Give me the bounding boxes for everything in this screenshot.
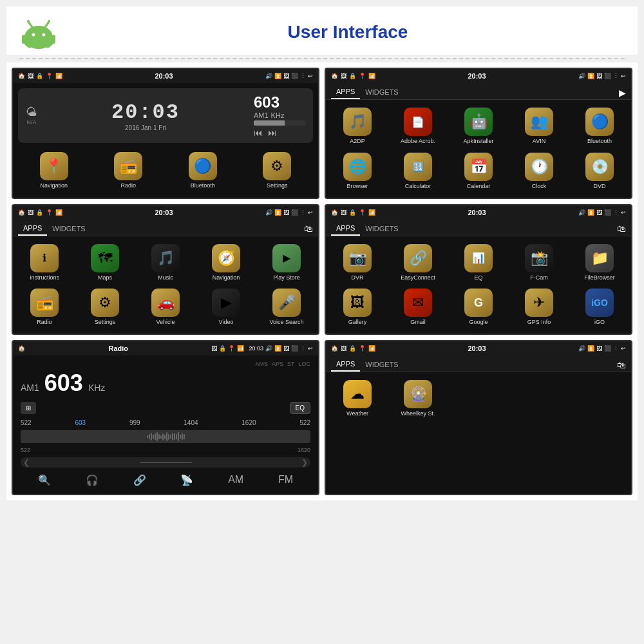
navigation-label: Navigation: [40, 182, 68, 189]
app-a2dp[interactable]: 🎵 A2DP: [328, 105, 386, 147]
app-instructions[interactable]: ℹ Instructions: [15, 242, 73, 284]
clock-date: 2016 Jan 1 Fri: [111, 124, 180, 131]
tabs-bar-2: APPS WIDGETS ▶: [326, 83, 631, 100]
store-btn-3[interactable]: 🛍: [304, 223, 313, 234]
app-filebrowser[interactable]: 📁 FileBrowser: [571, 242, 629, 284]
headphone-btn[interactable]: 🎧: [86, 474, 99, 486]
band-st: ST: [287, 361, 295, 367]
station-603[interactable]: 603: [75, 419, 86, 426]
app-clock[interactable]: 🕐 Clock: [510, 150, 568, 193]
app-navigation-2[interactable]: 🧭 Navigation: [197, 242, 255, 284]
radio-stations: 522 603 999 1404 1620 522: [21, 419, 310, 426]
app-voicesearch[interactable]: 🎤 Voice Search: [258, 286, 316, 328]
freq-next[interactable]: ⏭: [268, 128, 277, 138]
app-dvr[interactable]: 📷 DVR: [328, 242, 386, 284]
app-gmail[interactable]: ✉ Gmail: [389, 286, 447, 328]
station-1404[interactable]: 1404: [184, 419, 198, 426]
station-522b[interactable]: 522: [299, 419, 310, 426]
app-gallery[interactable]: 🖼 Gallery: [328, 286, 386, 328]
track-left[interactable]: ❮: [23, 458, 30, 467]
navigation-icon: 📍: [40, 152, 68, 180]
app-google[interactable]: G Google: [450, 286, 507, 328]
status-bar-6: 🏠 🖼 🔒 📍 📶 20:03 🔊 ⏫ 🖼 ⬛ ⋮ ↩: [326, 341, 631, 355]
app-radio[interactable]: 📻 Radio: [93, 149, 165, 192]
app-weather[interactable]: ☁ Weather: [328, 377, 386, 420]
status-bar-4: 🏠 🖼 🔒 📍 📶 20:03 🔊 ⏫ 🖼 ⬛ ⋮ ↩: [326, 205, 631, 220]
eq-btn[interactable]: EQ: [290, 402, 310, 414]
clock-1: 20:03: [155, 72, 173, 80]
freq-prev[interactable]: ⏮: [254, 128, 263, 138]
app-settings[interactable]: ⚙ Settings: [242, 149, 314, 192]
clock-3: 20:03: [155, 209, 173, 216]
app-bluetooth[interactable]: 🔵 Bluetooth: [167, 149, 239, 192]
radio-bottom: 🔍 🎧 🔗 📡 AM FM: [21, 471, 310, 489]
app-calculator[interactable]: 🔢 Calculator: [389, 150, 447, 193]
radio-controls: ⊞ EQ: [21, 402, 310, 414]
tab-widgets-2[interactable]: WIDGETS: [360, 86, 403, 99]
connect-btn[interactable]: 🔗: [133, 474, 146, 486]
app-radio-2[interactable]: 📻 Radio: [15, 286, 73, 328]
app-vehicle[interactable]: 🚗 Vehicle: [137, 286, 194, 328]
bluetooth-label: Bluetooth: [191, 182, 215, 189]
band-ams: AMS: [255, 361, 268, 367]
app-avin[interactable]: 👥 AVIN: [510, 105, 568, 147]
app-gpsinfo[interactable]: ✈ GPS Info: [510, 286, 568, 328]
tab-widgets-4[interactable]: WIDGETS: [360, 223, 403, 235]
app-video[interactable]: ▶ Video: [197, 286, 255, 328]
app-easyconnect[interactable]: 🔗 EasyConnect: [389, 242, 447, 284]
radio-band: AM1: [254, 111, 269, 119]
home-icon-1: 🏠: [18, 73, 25, 79]
app-dvd[interactable]: 💿 DVD: [571, 150, 629, 193]
screen-apps2: 🏠 🖼 🔒 📍 📶 20:03 🔊 ⏫ 🖼 ⬛ ⋮ ↩ APPS WIDGETS…: [12, 204, 319, 336]
app-calendar[interactable]: 📅 Calendar: [450, 150, 507, 193]
img-icon-1: 🖼: [28, 73, 33, 79]
tab-apps-2[interactable]: APPS: [331, 86, 360, 99]
page-title: User Interface: [71, 22, 625, 43]
app-music[interactable]: 🎵 Music: [137, 242, 194, 284]
radio-icon: 📻: [114, 152, 142, 180]
app-wheelkey[interactable]: 🎡 Wheelkey St.: [389, 377, 447, 420]
store-btn-4[interactable]: 🛍: [617, 223, 626, 234]
android-logo: [19, 13, 58, 52]
station-999[interactable]: 999: [129, 419, 140, 426]
antenna-btn[interactable]: 📡: [180, 474, 193, 486]
app-apkinstaller[interactable]: 🤖 ApkInstaller: [450, 105, 507, 147]
am-btn[interactable]: AM: [228, 474, 243, 486]
track-right[interactable]: ❯: [301, 458, 308, 467]
radio-slider[interactable]: [21, 430, 310, 443]
lock-icon-1: 🔒: [36, 73, 43, 79]
clock-4: 20:03: [468, 209, 486, 216]
track-bar[interactable]: ❮ ━━━━━━━━━━━━━━━━ ❯: [21, 457, 310, 468]
app-playstore[interactable]: ▶ Play Store: [258, 242, 316, 284]
app-igo[interactable]: iGO iGO: [571, 286, 629, 328]
tab-apps-6[interactable]: APPS: [331, 358, 360, 372]
app-eq[interactable]: 📊 EQ: [450, 242, 507, 284]
app-grid-4: 📷 DVR 🔗 EasyConnect 📊 EQ 📸 F-Cam 📁 FileB…: [326, 236, 631, 334]
svg-point-4: [43, 33, 46, 37]
store-btn-2[interactable]: ▶: [619, 88, 626, 98]
settings-label: Settings: [267, 182, 288, 189]
app-grid-3: ℹ Instructions 🗺 Maps 🎵 Music 🧭 Navigati…: [13, 236, 318, 334]
app-browser[interactable]: 🌐 Browser: [328, 150, 386, 193]
preset-btn[interactable]: ⊞: [21, 402, 36, 414]
tab-widgets-6[interactable]: WIDGETS: [360, 359, 403, 371]
screen-apps4: 🏠 🖼 🔒 📍 📶 20:03 🔊 ⏫ 🖼 ⬛ ⋮ ↩ APPS WIDGETS…: [325, 340, 632, 495]
tab-apps-4[interactable]: APPS: [331, 222, 360, 236]
tab-apps-3[interactable]: APPS: [18, 222, 47, 236]
screen-home: 🏠 🖼 🔒 📍 📶 20:03 🔊 ⏫ 🖼 ⬛ ⋮ ↩ 🌤 N/A: [12, 68, 319, 199]
app-adobe[interactable]: 📄 Adobe Acrob.: [389, 105, 447, 147]
station-1620[interactable]: 1620: [242, 419, 256, 426]
app-settings-2[interactable]: ⚙ Settings: [76, 286, 134, 328]
store-btn-6[interactable]: 🛍: [617, 360, 626, 370]
search-btn[interactable]: 🔍: [38, 474, 51, 486]
app-maps[interactable]: 🗺 Maps: [76, 242, 134, 284]
station-522a[interactable]: 522: [21, 419, 32, 426]
app-fcam[interactable]: 📸 F-Cam: [510, 242, 568, 284]
svg-point-3: [32, 33, 35, 37]
app-bluetooth-2[interactable]: 🔵 Bluetooth: [571, 105, 629, 147]
clock-widget: 🌤 N/A 20:03 2016 Jan 1 Fri 603 AM1 KHz: [18, 88, 313, 143]
tab-widgets-3[interactable]: WIDGETS: [47, 223, 90, 235]
radio-unit-label: KHz: [88, 383, 105, 393]
fm-btn[interactable]: FM: [278, 474, 293, 486]
app-navigation[interactable]: 📍 Navigation: [18, 149, 90, 192]
